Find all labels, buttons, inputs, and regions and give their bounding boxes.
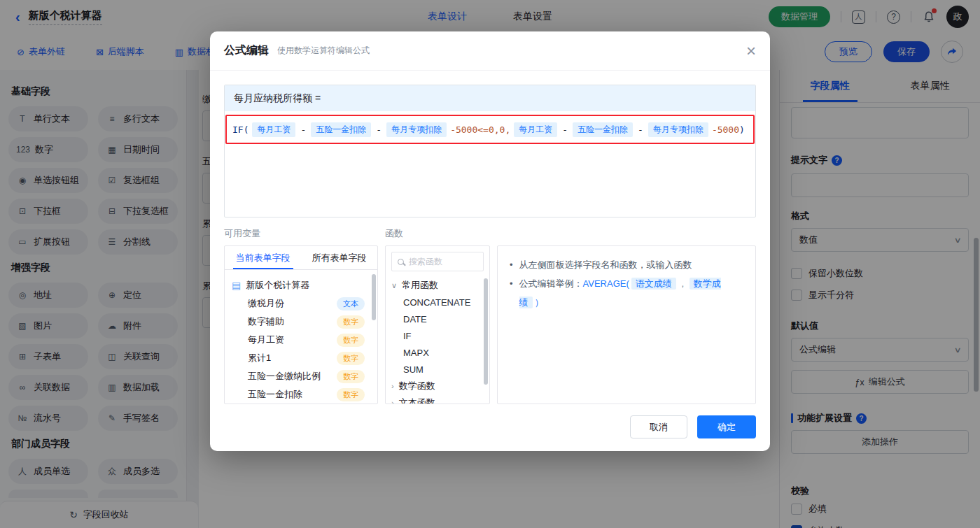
modal-header: 公式编辑 使用数学运算符编辑公式 × [210,31,770,71]
app: ‹ 新版个税计算器 表单设计 表单设置 数据管理 人 ? 政 ⊘ [0,0,980,528]
formula-token[interactable]: ) [739,124,745,135]
function-item[interactable]: CONCATENATE [386,294,489,311]
function-group-label: 数学函数 [399,380,435,392]
form-root-node[interactable]: ▤ 新版个税计算器 [232,276,374,294]
formula-token[interactable]: 每月专项扣除 [386,122,447,137]
close-icon[interactable]: × [746,43,756,59]
modal-body: 每月应纳税所得额 = IF(每月工资-五险一金扣除-每月专项扣除-5000<=0… [210,71,770,452]
variable-name: 五险一金缴纳比例 [248,370,321,383]
variable-type-badge: 数字 [337,334,365,347]
variable-name: 累计1 [248,352,271,364]
hint-line-2: • 公式编辑举例：AVERAGE(语文成绩，数学成绩） [510,274,743,312]
formula-token[interactable]: - [562,124,568,135]
tab-all-form-fields[interactable]: 所有表单字段 [301,246,377,269]
formula-target: 每月应纳税所得额 = [225,85,755,111]
formula-token[interactable]: IF( [232,124,248,135]
function-group-common[interactable]: ∨ 常用函数 [386,277,489,294]
function-group-label: 常用函数 [402,279,438,292]
tab-current-form-fields[interactable]: 当前表单字段 [225,246,301,269]
function-item[interactable]: MAPX [386,344,489,361]
variable-type-badge: 数字 [337,352,365,365]
hint-example-separator: ， [678,278,687,289]
hint-example: 公式编辑举例：AVERAGE(语文成绩，数学成绩） [519,274,743,312]
formula-token[interactable]: -5000<=0,0, [450,124,510,135]
variables-tree: ▤ 新版个税计算器 缴税月份 文本 [225,270,377,404]
variable-type-badge: 数字 [337,370,365,383]
functions-label: 函数 [385,227,490,240]
variable-name: 五险一金扣除 [248,388,302,401]
form-root-label: 新版个税计算器 [246,279,309,292]
modal-subtitle: 使用数学运算符编辑公式 [277,45,370,57]
formula-token[interactable]: 每月专项扣除 [648,122,708,137]
variable-item[interactable]: 缴税月份 文本 [232,294,374,313]
hint-line-1: • 从左侧面板选择字段名和函数，或输入函数 [510,255,743,274]
hint-example-close: ） [535,297,544,308]
function-item[interactable]: IF [386,327,489,344]
functions-panel: 搜索函数 ∨ 常用函数 CONCATENATEDATEIFMAPXSUM › 数… [385,245,490,404]
function-item[interactable]: SUM [386,361,489,378]
variables-tabs: 当前表单字段 所有表单字段 [225,246,377,270]
variable-name: 每月工资 [248,334,284,346]
variable-type-badge: 数字 [337,315,365,329]
scrollbar-thumb[interactable] [484,278,488,385]
search-placeholder: 搜索函数 [409,256,442,268]
variable-name: 数字辅助 [248,315,284,328]
formula-editor: 每月应纳税所得额 = IF(每月工资-五险一金扣除-每月专项扣除-5000<=0… [224,85,756,217]
panel-columns: 当前表单字段 所有表单字段 ▤ 新版个税计算器 缴税月份 [224,245,756,404]
function-search[interactable]: 搜索函数 [391,252,484,271]
variable-list: 缴税月份 文本 数字辅助 数字 每月工资 [232,294,374,404]
formula-token[interactable]: - [638,124,643,135]
hint-example-prefix: 公式编辑举例： [519,278,583,289]
formula-token[interactable]: 每月工资 [514,122,557,137]
cancel-button[interactable]: 取消 [630,415,687,438]
variable-type-badge: 数字 [337,388,365,401]
formula-token[interactable]: - [300,124,306,135]
variables-panel: 当前表单字段 所有表单字段 ▤ 新版个税计算器 缴税月份 [224,245,378,404]
confirm-button[interactable]: 确定 [697,415,756,438]
search-icon [398,259,404,265]
formula-token[interactable]: - [376,124,382,135]
variables-label: 可用变量 [224,227,378,240]
formula-editor-modal: 公式编辑 使用数学运算符编辑公式 × 每月应纳税所得额 = IF(每月工资-五险… [210,31,770,451]
variable-item[interactable]: 累计1 数字 [232,349,374,367]
scrollbar-thumb[interactable] [372,274,376,320]
variable-name: 缴税月份 [248,297,284,310]
function-list: CONCATENATEDATEIFMAPXSUM [386,294,489,378]
hint-text: 从左侧面板选择字段名和函数，或输入函数 [519,255,692,274]
formula-token[interactable]: 每月工资 [252,122,295,137]
formula-expression[interactable]: IF(每月工资-五险一金扣除-每月专项扣除-5000<=0,0,每月工资-五险一… [225,115,755,144]
variable-type-badge: 文本 [337,297,365,311]
modal-footer: 取消 确定 [224,415,756,438]
variable-item[interactable]: 每月工资 数字 [232,331,374,349]
formula-token[interactable]: 五险一金扣除 [311,122,371,137]
function-group-text[interactable]: › 文本函数 [386,394,489,404]
hint-example-chip: 语文成绩 [631,278,676,290]
formula-token[interactable]: -5000 [712,124,739,135]
variable-item[interactable]: 五险一金缴纳比例 数字 [232,367,374,385]
variable-item[interactable]: 数字辅助 数字 [232,313,374,331]
chevron-right-icon: › [391,399,394,404]
modal-title: 公式编辑 [224,43,269,58]
function-group-math[interactable]: › 数学函数 [386,378,489,394]
function-group-label: 文本函数 [399,397,435,404]
chevron-right-icon: › [391,382,394,390]
bullet: • [510,255,513,274]
hint-example-fn: AVERAGE( [583,278,629,289]
function-item[interactable]: DATE [386,311,489,327]
formula-token[interactable]: 五险一金扣除 [573,122,633,137]
bullet: • [510,274,513,293]
form-doc-icon: ▤ [232,280,241,291]
chevron-down-icon: ∨ [391,281,397,290]
hints-panel: • 从左侧面板选择字段名和函数，或输入函数 • 公式编辑举例：AVERAGE(语… [497,245,756,404]
panel-labels: 可用变量 函数 [224,227,756,240]
variable-item[interactable]: 五险一金扣除 数字 [232,385,374,404]
